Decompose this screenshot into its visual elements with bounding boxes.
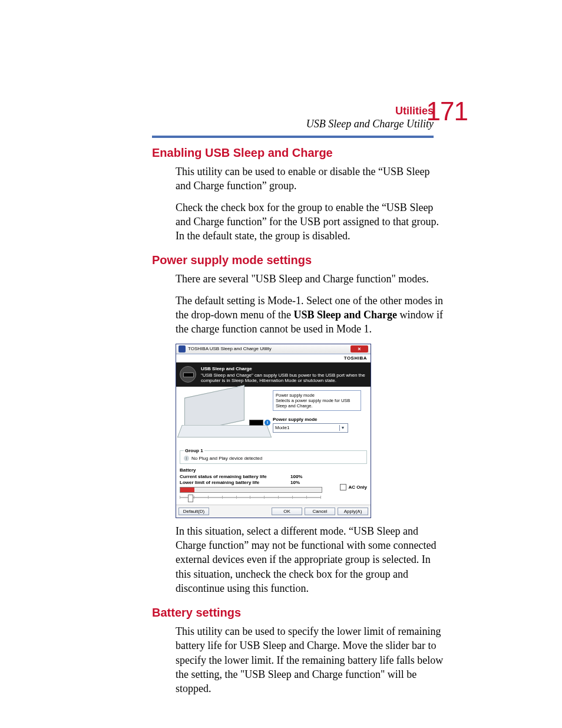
ac-only-checkbox[interactable]: AC Only	[340, 484, 367, 490]
apply-button[interactable]: Apply(A)	[338, 508, 368, 515]
kv2-value: 10%	[290, 480, 300, 485]
battery-slider[interactable]	[180, 494, 321, 501]
slider-thumb[interactable]	[188, 495, 193, 502]
brand-label: TOSHIBA	[176, 354, 371, 363]
laptop-illustration: i	[180, 390, 268, 443]
desc-body: "USB Sleep and Charge" can supply USB bu…	[201, 373, 367, 383]
ac-only-label: AC Only	[348, 485, 367, 490]
battery-bar	[180, 487, 322, 493]
kv1-label: Current status of remaining battery life	[180, 474, 286, 479]
heading-enabling: Enabling USB Sleep and Charge	[152, 146, 444, 160]
header-subtitle: USB Sleep and Charge Utility	[306, 118, 434, 131]
button-row: Default(D) OK Cancel Apply(A)	[176, 505, 371, 518]
app-icon	[178, 345, 186, 353]
para-s2-after: In this situation, select a different mo…	[176, 524, 444, 595]
kv1-value: 100%	[290, 474, 302, 479]
heading-psm: Power supply mode settings	[152, 253, 444, 267]
window-titlebar[interactable]: TOSHIBA USB Sleep and Charge Utility ×	[176, 344, 371, 354]
description-band: USB Sleep and Charge "USB Sleep and Char…	[176, 363, 371, 387]
close-icon[interactable]: ×	[351, 345, 368, 353]
para-s1-2: Check the check box for the group to ena…	[176, 200, 444, 243]
group1-message: No Plug and Play device detected	[191, 456, 262, 461]
checkbox-icon[interactable]	[340, 484, 346, 490]
body-content: Enabling USB Sleep and Charge This utili…	[152, 146, 444, 696]
window-title: TOSHIBA USB Sleep and Charge Utility	[188, 346, 272, 351]
tooltip-body: Selects a power supply mode for USB Slee…	[276, 398, 350, 409]
header-rule	[152, 136, 434, 138]
para-s2-1: There are several "USB Sleep and Charge …	[176, 272, 444, 286]
usb-icon	[180, 366, 196, 383]
cancel-button[interactable]: Cancel	[305, 508, 335, 515]
group1-fieldset: Group 1 i No Plug and Play device detect…	[180, 448, 367, 464]
battery-heading: Battery	[180, 467, 367, 473]
group1-legend: Group 1	[184, 448, 204, 453]
chevron-down-icon: ▼	[339, 425, 346, 431]
psm-value: Mode1	[275, 425, 289, 430]
para-s2-2: The default setting is Mode-1. Select on…	[176, 294, 444, 337]
tooltip: Power supply mode Selects a power supply…	[273, 390, 361, 411]
para-s2-2b: USB Sleep and Charge	[293, 309, 397, 321]
desc-title: USB Sleep and Charge	[201, 366, 367, 371]
usb-port-icon	[249, 420, 263, 426]
psm-label: Power supply mode	[273, 417, 361, 422]
psm-dropdown[interactable]: Mode1 ▼	[273, 423, 348, 433]
ok-button[interactable]: OK	[272, 508, 302, 515]
default-button[interactable]: Default(D)	[178, 508, 209, 515]
main-panel: i Power supply mode Selects a power supp…	[176, 387, 371, 505]
tooltip-title: Power supply mode	[276, 393, 315, 398]
info-icon: i	[265, 420, 270, 426]
utility-window: TOSHIBA USB Sleep and Charge Utility × T…	[176, 344, 371, 518]
para-s3-1: This utility can be used to specify the …	[176, 624, 444, 696]
info-small-icon: i	[184, 456, 189, 461]
heading-battery: Battery settings	[152, 606, 444, 620]
running-header: Utilities USB Sleep and Charge Utility	[306, 105, 434, 130]
para-s1-1: This utility can be used to enable or di…	[176, 164, 444, 193]
kv2-label: Lower limit of remaining battery life	[180, 480, 286, 485]
header-category: Utilities	[306, 105, 434, 118]
